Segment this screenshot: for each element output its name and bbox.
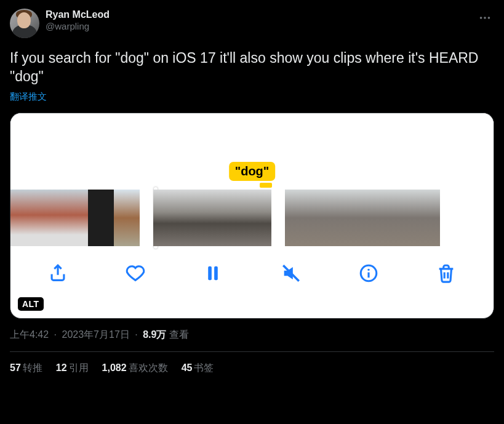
clip-group — [285, 190, 440, 246]
bookmarks-stat[interactable]: 45书签 — [182, 362, 214, 375]
clip-thumbnail — [414, 190, 440, 246]
clip-thumbnail — [183, 190, 212, 246]
tweet-time[interactable]: 上午4:42 — [10, 329, 49, 340]
clip-group — [10, 190, 140, 246]
mute-button[interactable] — [278, 261, 305, 286]
views-count: 8.9万 — [143, 329, 166, 340]
views-label: 查看 — [169, 329, 189, 340]
share-button[interactable] — [44, 261, 71, 286]
search-tag-marker — [260, 183, 272, 188]
clip-thumbnail — [337, 190, 362, 246]
author-names[interactable]: Ryan McLeod @warpling — [46, 9, 110, 33]
trash-icon — [436, 263, 457, 284]
retweets-stat[interactable]: 57转推 — [10, 362, 42, 375]
pause-icon — [202, 263, 223, 284]
tweet-text: If you search for "dog" on iOS 17 it'll … — [10, 49, 494, 86]
tweet-container: Ryan McLeod @warpling If you search for … — [0, 0, 504, 375]
pause-button[interactable] — [199, 261, 226, 286]
avatar[interactable] — [10, 9, 39, 38]
translate-link[interactable]: 翻译推文 — [10, 91, 47, 103]
svg-point-6 — [367, 268, 369, 270]
clip-thumbnail — [362, 190, 388, 246]
clip-thumbnail — [62, 190, 88, 246]
clip-thumbnail — [242, 190, 271, 246]
media-card[interactable]: "dog" — [10, 113, 494, 319]
svg-point-0 — [480, 17, 482, 19]
more-options-button[interactable] — [476, 9, 494, 30]
svg-point-2 — [488, 17, 490, 19]
delete-button[interactable] — [433, 261, 460, 286]
display-name: Ryan McLeod — [46, 9, 110, 21]
clip-thumbnail — [212, 190, 242, 246]
search-tag-label: "dog" — [229, 162, 276, 181]
clip-thumbnail — [285, 190, 311, 246]
svg-point-1 — [484, 17, 486, 19]
svg-rect-4 — [215, 266, 218, 280]
clip-thumbnail — [311, 190, 337, 246]
clip-thumbnail — [114, 190, 140, 246]
speaker-muted-icon — [281, 263, 302, 284]
tweet-meta: 上午4:42 · 2023年7月17日 · 8.9万 查看 — [10, 329, 494, 352]
clip-thumbnail — [153, 190, 183, 246]
clip-thumbnail — [388, 190, 414, 246]
tweet-date[interactable]: 2023年7月17日 — [62, 329, 130, 340]
quotes-stat[interactable]: 12引用 — [56, 362, 89, 375]
clip-thumbnail — [10, 190, 36, 246]
media-toolbar — [10, 246, 494, 303]
info-button[interactable] — [355, 261, 382, 286]
info-icon — [358, 263, 379, 284]
svg-rect-3 — [209, 266, 212, 280]
media-header: "dog" — [10, 113, 494, 190]
clip-thumbnail — [88, 190, 114, 246]
video-timeline[interactable] — [10, 190, 494, 246]
like-button[interactable] — [122, 261, 149, 286]
tweet-header: Ryan McLeod @warpling — [10, 9, 494, 38]
heart-icon — [125, 263, 146, 284]
clip-thumbnail — [36, 190, 62, 246]
likes-stat[interactable]: 1,082喜欢次数 — [102, 362, 168, 375]
share-icon — [47, 263, 68, 284]
alt-badge[interactable]: ALT — [18, 297, 44, 311]
handle: @warpling — [46, 21, 110, 33]
clip-group — [153, 190, 271, 246]
tweet-stats: 57转推 12引用 1,082喜欢次数 45书签 — [10, 352, 494, 375]
ellipsis-icon — [478, 11, 492, 25]
